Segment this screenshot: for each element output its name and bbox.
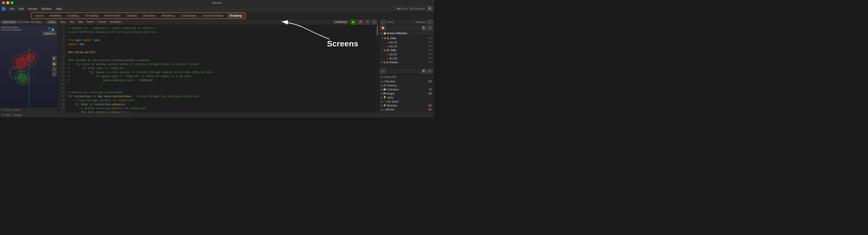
menu-edit[interactable]: Edit xyxy=(17,7,26,11)
viewport-add-menu[interactable]: Add xyxy=(30,21,34,23)
footer-view-menu[interactable]: View xyxy=(5,109,9,111)
tree-item-cell-b2[interactable]: ▶ △ cell_B2 👁 ▷ xyxy=(379,56,434,60)
display-mode-button[interactable]: ≡ xyxy=(380,20,385,25)
expand-b-cells[interactable]: ▼ xyxy=(381,49,383,52)
visibility-cell-b2[interactable]: 👁 xyxy=(429,57,431,60)
cf-images[interactable]: ▶ 🖼 Images 15 xyxy=(380,91,433,95)
cf-meshes[interactable]: ▶ △ Meshes 41 xyxy=(380,107,433,111)
run-script-button[interactable]: ▶ xyxy=(351,20,356,25)
cf-lights[interactable]: ▶ 💡 Lights xyxy=(380,95,433,99)
tree-item-a-forces[interactable]: ▶ ▣ A_Forces 👁 ▷ xyxy=(379,60,434,64)
code-format-menu[interactable]: Format xyxy=(97,20,107,24)
cf-cameras[interactable]: ▶ 📷 Cameras xyxy=(380,83,433,88)
filter-button[interactable]: 🔽 xyxy=(380,26,385,31)
visibility-a-forces[interactable]: 👁 xyxy=(429,61,431,64)
new-file-button[interactable]: + xyxy=(365,20,370,25)
tree-item-cell-a2[interactable]: ▶ △ cell_A2 👁 ▷ xyxy=(379,44,434,48)
search-outliner-button[interactable]: 🔍 xyxy=(422,26,427,31)
visibility-b-cells[interactable]: 👁 xyxy=(429,49,431,52)
close-button[interactable] xyxy=(2,1,5,4)
viewlayer-label[interactable]: ViewLayer xyxy=(415,21,426,23)
code-view-menu[interactable]: View xyxy=(59,20,67,24)
code-edit-menu[interactable]: Edit xyxy=(78,20,84,24)
cf-materials[interactable]: ▶ 🔮 Materials 22 xyxy=(380,103,433,107)
filter-options-button[interactable]: ⚙ xyxy=(428,26,433,31)
visibility-cell-b1[interactable]: 👁 xyxy=(429,53,431,56)
menu-file[interactable]: File xyxy=(8,7,17,11)
render-a-forces[interactable]: ▷ xyxy=(432,61,433,64)
scene-collection-arrow[interactable]: ▼ xyxy=(380,32,383,35)
tree-item-cell-a1[interactable]: ▶ △ cell_A1 👁 ▷ xyxy=(379,40,434,44)
tree-item-a-cells[interactable]: ▼ ▣ A_Cells 👁 ▷ xyxy=(379,36,434,40)
tab-uv-editing[interactable]: UV Editing xyxy=(82,13,101,18)
tree-item-b-cells[interactable]: ▼ ▣ B_Cells 👁 ▷ xyxy=(379,48,434,52)
viewport-select-menu[interactable]: Select xyxy=(23,21,29,23)
global-local-select[interactable]: Global xyxy=(47,20,57,24)
visibility-cell-a2[interactable]: 👁 xyxy=(429,45,431,47)
minimize-button[interactable] xyxy=(6,1,9,4)
code-content-area[interactable]: 12345 678910 1112131415 1617181920 21222… xyxy=(58,25,378,112)
bottom-view-label[interactable]: View xyxy=(5,114,10,116)
scene-selector[interactable]: 📷 Scene xyxy=(397,7,408,10)
render-b-cells[interactable]: ▷ xyxy=(432,49,433,52)
cf-line-styles[interactable]: ▶ 〰 Line Styles xyxy=(380,99,433,103)
add-viewlayer-button[interactable]: + xyxy=(428,20,433,25)
object-mode-select[interactable]: Object Mode xyxy=(1,20,17,24)
tab-sculpting[interactable]: Sculpting xyxy=(64,13,82,18)
tree-item-cell-b1[interactable]: ▶ △ cell_B1 👁 ▷ xyxy=(379,52,434,56)
cf-brushes[interactable]: ▶ 🖌 Brushes 74 xyxy=(380,79,433,83)
menu-window[interactable]: Window xyxy=(40,7,54,11)
tab-modeling[interactable]: Modeling xyxy=(47,13,64,18)
search-button[interactable]: 🔍 xyxy=(428,6,433,11)
zoom-in-tool[interactable]: 🔍 xyxy=(52,56,57,61)
file-browser-filter[interactable]: ⚙ xyxy=(428,69,433,74)
visibility-a-cells[interactable]: 👁 xyxy=(429,37,431,39)
code-text[interactable]: # doublet.py - simulates 2 cells adherin… xyxy=(66,25,376,112)
maximize-button[interactable] xyxy=(10,1,13,4)
tab-scripting[interactable]: Scripting xyxy=(226,13,245,18)
pin-button[interactable]: 📌 xyxy=(358,20,363,25)
footer-view-icon[interactable]: ▼ xyxy=(1,109,4,111)
viewport-3d[interactable]: User Perspective (7) Scene Collection X xyxy=(0,25,58,107)
visibility-cell-a1[interactable]: 👁 xyxy=(429,41,431,43)
menu-render[interactable]: Render xyxy=(26,7,39,11)
code-scrollbar[interactable] xyxy=(376,25,378,112)
menu-blender-icon[interactable]: 🔵 xyxy=(1,7,6,11)
render-cell-a1[interactable]: ▷ xyxy=(432,41,433,43)
camera-tool[interactable]: 🎥 xyxy=(52,67,57,71)
bottom-console-label[interactable]: Console xyxy=(12,114,22,116)
tab-geometry-nodes[interactable]: Geometry Nodes xyxy=(199,13,226,18)
viewport-object-menu[interactable]: Object xyxy=(35,21,41,23)
render-cell-b1[interactable]: ▷ xyxy=(432,53,433,56)
render-cell-a2[interactable]: ▷ xyxy=(432,45,433,47)
render-a-cells[interactable]: ▷ xyxy=(432,37,433,39)
close-editor-button[interactable]: ✕ xyxy=(372,20,377,25)
bottom-arrow[interactable]: ▼ xyxy=(1,114,4,116)
viewlayer-selector[interactable]: 🖼 ViewLayer xyxy=(410,7,425,10)
tab-texture-paint[interactable]: Texture Paint xyxy=(101,13,123,18)
file-browser-search[interactable]: 🔍 xyxy=(422,69,427,74)
grid-tool[interactable]: # xyxy=(52,72,57,76)
render-cell-b2[interactable]: ▷ xyxy=(432,57,433,60)
tab-layout[interactable]: Layout xyxy=(32,13,46,18)
menu-help[interactable]: Help xyxy=(54,7,64,11)
tab-animation[interactable]: Animation xyxy=(140,13,159,18)
tab-compositing[interactable]: Compositing xyxy=(178,13,199,18)
expand-a-cells[interactable]: ▼ xyxy=(381,37,383,39)
current-file-arrow[interactable]: ▼ xyxy=(380,75,382,78)
expand-a-forces[interactable]: ▶ xyxy=(381,61,383,64)
code-select-menu[interactable]: Select xyxy=(86,20,95,24)
viewport-view-menu[interactable]: View xyxy=(18,21,22,23)
tab-shading[interactable]: Shading xyxy=(124,13,140,18)
code-text-menu[interactable]: Text xyxy=(69,20,75,24)
code-templates-menu[interactable]: Templates xyxy=(109,20,122,24)
scrollbar-thumb[interactable] xyxy=(377,26,378,36)
file-browser-view-select[interactable]: ≡ xyxy=(380,69,385,74)
svg-point-18 xyxy=(18,73,28,83)
pan-tool[interactable]: ✋ xyxy=(52,62,57,66)
footer-console-menu[interactable]: Console xyxy=(11,109,20,111)
tab-rendering[interactable]: Rendering xyxy=(159,13,178,18)
cf-collections[interactable]: ▶ 📁 Collections 3 xyxy=(380,88,433,91)
scene-label[interactable]: Scene xyxy=(387,21,394,23)
options-button[interactable]: Options ▾ xyxy=(42,32,57,35)
